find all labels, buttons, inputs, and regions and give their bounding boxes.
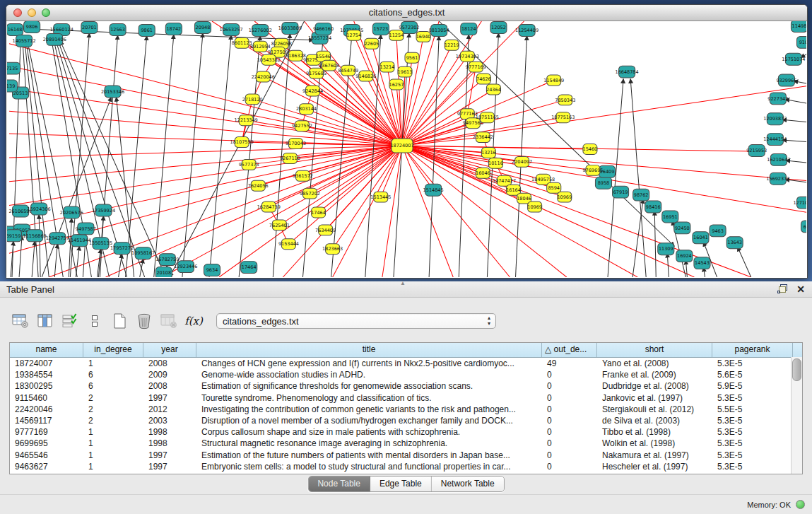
graph-node-label: 9267110 <box>280 156 300 161</box>
column-header[interactable]: △ out_de... <box>542 343 597 357</box>
close-panel-icon[interactable]: ✕ <box>796 284 805 295</box>
graph-node-label: 2204097 <box>512 159 532 165</box>
table-row[interactable]: 969969511998Structural magnetic resonanc… <box>10 438 802 449</box>
table-row[interactable]: 1456911722003Disruption of a novel membe… <box>10 415 802 426</box>
graph-node-label: 16041 <box>693 235 708 241</box>
graph-node-label: 9175685 <box>306 71 326 76</box>
graph-node-label: 12942757 <box>46 236 69 242</box>
graph-node-label: 8454749 <box>338 68 358 74</box>
table-cell: Tourette syndrome. Phenomenology and cla… <box>196 392 542 404</box>
table-row[interactable]: 1938455462009Genome-wide association stu… <box>10 369 802 380</box>
table-cell: Yano et al. (2008) <box>597 358 712 369</box>
table-cell: 0 <box>542 450 597 461</box>
table-selector-dropdown[interactable]: citations_edges.txt ▴▾ <box>216 313 496 329</box>
graph-node-label: 1154849 <box>543 78 564 83</box>
new-table-icon[interactable] <box>110 312 129 330</box>
table-cell: 0 <box>542 415 597 426</box>
table-cell: Embryonic stem cells: a model to study s… <box>196 461 542 472</box>
table-cell: 2 <box>83 392 143 404</box>
column-header[interactable]: name <box>10 343 83 357</box>
table-row[interactable]: 911546021997Tourette syndrome. Phenomeno… <box>10 392 802 404</box>
graph-node-label: 18107559 <box>230 139 254 145</box>
table-cell: Jankovic et al. (1997) <box>597 392 712 404</box>
function-builder-icon[interactable]: f(x) <box>184 312 203 330</box>
network-view[interactable]: 1614898061566012420701125639861187422094… <box>7 21 806 277</box>
table-cell: Genome-wide association studies in ADHD. <box>196 369 542 380</box>
table-cell: Structural magnetic resonance image aver… <box>196 438 542 449</box>
graph-node-label: 17464 <box>311 210 326 216</box>
graph-node-label: 2367608 <box>319 63 339 69</box>
tab-node-table[interactable]: Node Table <box>308 477 370 491</box>
graph-node-label: 15692371 <box>766 176 789 182</box>
graph-node-label: 1514845 <box>423 187 444 193</box>
table-row[interactable]: 2242004622012Investigating the contribut… <box>10 404 802 415</box>
graph-node-label: 12563 <box>110 27 125 33</box>
table-cell: 9463627 <box>10 461 83 472</box>
row-pair-icon[interactable] <box>86 312 104 330</box>
cytoscape-desktop: citations_edges.txt 16148980615660124207… <box>0 0 812 281</box>
graph-node-label: 9106 <box>799 40 806 45</box>
graph-node-label: 92450 <box>675 226 690 231</box>
table-row[interactable]: 946554611997Estimation of the future num… <box>10 450 802 461</box>
graph-node-label: 20891406 <box>43 37 66 42</box>
table-row[interactable]: 946362711997Embryonic stem cells: a mode… <box>10 461 802 472</box>
graph-node-label: 12754 <box>346 33 361 38</box>
graph-node-label: 9497587 <box>76 226 96 232</box>
graph-node-label: 12052 <box>491 25 506 30</box>
network-canvas[interactable]: 1614898061566012420701125639861187422094… <box>7 21 806 277</box>
graph-node-label: 9769695 <box>582 168 603 173</box>
table-cell: 1 <box>83 450 143 461</box>
table-cell: 1997 <box>143 450 196 461</box>
graph-node-label: 7625401 <box>269 223 290 228</box>
select-rows-icon[interactable] <box>61 312 79 330</box>
graph-node-label: 16033809 <box>278 25 302 31</box>
graph-node-label: 7135 <box>7 66 18 71</box>
show-columns-icon[interactable] <box>36 312 54 330</box>
float-panel-icon[interactable] <box>777 284 788 294</box>
table-scrollbar[interactable] <box>791 357 802 474</box>
window-titlebar[interactable]: citations_edges.txt <box>6 5 807 21</box>
column-header[interactable]: in_degree <box>83 343 143 357</box>
table-row[interactable]: 977716911998Corpus callosum shape and si… <box>10 426 802 438</box>
table-cell: 0 <box>542 404 597 415</box>
column-header[interactable]: title <box>196 343 542 357</box>
table-cell: 2 <box>83 404 143 415</box>
tab-edge-table[interactable]: Edge Table <box>370 477 432 491</box>
graph-node-label: 12219 <box>445 42 459 48</box>
splitter-handle-icon[interactable]: ▲ <box>400 280 406 286</box>
graph-node-label: 10958167 <box>131 250 155 256</box>
table-cell: Estimation of the future numbers of pati… <box>196 450 542 461</box>
tab-network-table[interactable]: Network Table <box>432 477 504 491</box>
graph-node-label: 11156869 <box>23 233 47 239</box>
graph-node-label: 74626 <box>476 76 491 82</box>
column-header[interactable]: year <box>143 343 196 357</box>
graph-node-label: 11254409 <box>515 28 539 33</box>
graph-node-label: 9227342 <box>767 96 788 102</box>
graph-node-label: 20153346 <box>101 89 124 95</box>
graph-node-label: 20701 <box>82 25 97 30</box>
table-cell: 0 <box>542 369 597 380</box>
table-panel-title: Table Panel <box>6 284 54 295</box>
table-cell: Dudbridge et al. (2008) <box>597 380 712 392</box>
node-table: namein_degreeyeartitle△ out_de...shortpa… <box>9 342 803 474</box>
column-header[interactable]: short <box>597 343 712 357</box>
graph-node-label: 98762 <box>634 192 649 198</box>
graph-node-label: 9777169 <box>466 64 486 70</box>
table-row[interactable]: 1830029562008Estimation of significance … <box>10 380 802 392</box>
table-row[interactable]: 1872400712008Changes of HCN gene express… <box>10 358 802 369</box>
memory-ok-indicator-icon[interactable] <box>796 500 805 509</box>
column-header[interactable]: pagerank <box>712 343 793 357</box>
table-cell: 2008 <box>143 358 196 369</box>
table-cell: de Silva et al. (2003) <box>597 415 712 426</box>
table-cell: 5.3E-5 <box>712 415 793 426</box>
trash-icon[interactable] <box>135 312 153 330</box>
table-cell: 2003 <box>143 415 196 426</box>
table-cell: Stergiakouli et al. (2012) <box>597 404 712 415</box>
graph-node-label: 10969 <box>557 194 572 200</box>
scrollbar-thumb[interactable] <box>792 358 801 381</box>
table-cell: 9465546 <box>10 450 83 461</box>
graph-node-label: 8958 <box>598 180 610 186</box>
table-cell: 5.3E-5 <box>712 392 793 404</box>
network-window[interactable]: citations_edges.txt 16148980615660124207… <box>6 4 808 279</box>
table-settings-icon[interactable] <box>11 312 30 330</box>
